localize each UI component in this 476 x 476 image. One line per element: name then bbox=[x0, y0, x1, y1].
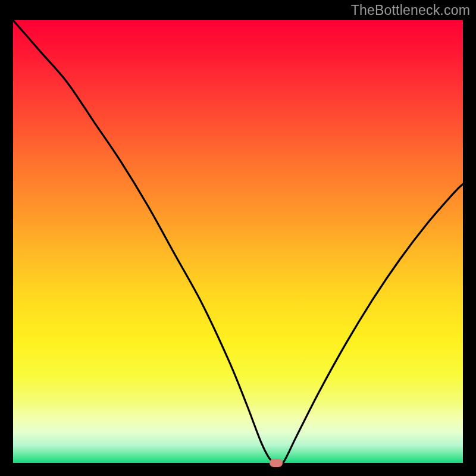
optimal-point-marker bbox=[270, 459, 283, 467]
bottleneck-curve bbox=[13, 20, 463, 463]
chart-frame: TheBottleneck.com bbox=[0, 0, 476, 476]
attribution-text: TheBottleneck.com bbox=[351, 2, 470, 18]
plot-area bbox=[13, 20, 463, 463]
